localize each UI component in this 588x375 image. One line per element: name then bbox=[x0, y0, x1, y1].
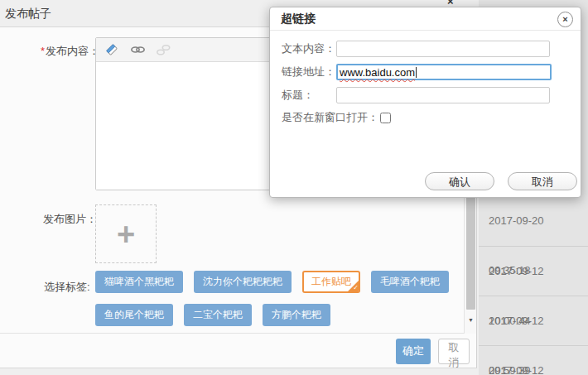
tag-label: 方鹏个耙耙 bbox=[272, 309, 321, 320]
eraser-icon[interactable] bbox=[104, 41, 120, 58]
tag-button[interactable]: 猫啤酒个黑耙耙 bbox=[95, 271, 183, 293]
tags-label: 选择标签: bbox=[44, 280, 90, 295]
tag-label: 猫啤酒个黑耙耙 bbox=[104, 276, 174, 287]
hyperlink-dialog: 超链接 × 文本内容： 链接地址： www.baidu.com 标题： 是否在新… bbox=[269, 7, 581, 198]
list-item[interactable]: 2017-09-12 09:59:39 bbox=[479, 296, 588, 345]
submit-button[interactable]: 确定 bbox=[396, 339, 431, 364]
tag-label: 鱼的尾个耙耙 bbox=[104, 309, 164, 320]
dialog-body: 文本内容： 链接地址： www.baidu.com 标题： 是否在新窗口打开： bbox=[270, 31, 581, 125]
text-content-input[interactable] bbox=[336, 41, 550, 57]
title-label: 标题： bbox=[282, 88, 336, 103]
scroll-down-arrow-icon[interactable]: ▼ bbox=[465, 317, 477, 323]
dialog-footer: 确认 取消 bbox=[425, 172, 577, 190]
content-label-text: 发布内容： bbox=[46, 45, 99, 57]
text-caret bbox=[416, 67, 417, 78]
form-footer: 确定 取消 bbox=[0, 333, 476, 368]
list-item[interactable]: 2017-09-20 09:35:18 bbox=[479, 196, 588, 246]
tag-button-selected[interactable]: 工作贴吧✓ bbox=[302, 271, 360, 293]
content-label: *发布内容： bbox=[41, 44, 99, 59]
unlink-icon[interactable] bbox=[155, 41, 171, 58]
tag-button[interactable]: 二宝个耙耙 bbox=[184, 304, 252, 326]
tag-button[interactable]: 鱼的尾个耙耙 bbox=[95, 304, 173, 326]
link-url-input[interactable]: www.baidu.com bbox=[336, 64, 552, 80]
dialog-cancel-button[interactable]: 取消 bbox=[508, 172, 577, 190]
cancel-button[interactable]: 取消 bbox=[438, 339, 470, 364]
new-window-label: 是否在新窗口打开： bbox=[282, 110, 378, 125]
new-window-checkbox[interactable] bbox=[380, 113, 391, 123]
check-icon: ✓ bbox=[353, 282, 359, 293]
title-input[interactable] bbox=[336, 87, 550, 103]
dialog-confirm-button[interactable]: 确认 bbox=[425, 172, 494, 190]
page-title: 发布帖子 bbox=[5, 0, 51, 26]
image-label: 发布图片： bbox=[43, 212, 97, 227]
link-url-value: www.baidu.com bbox=[340, 66, 415, 79]
timestamp: 2017-09-12 09:56:40 bbox=[489, 364, 544, 375]
list-item[interactable]: 2017-09-12 09:56:40 bbox=[479, 345, 588, 375]
tag-label: 毛啤酒个耙耙 bbox=[380, 276, 440, 287]
link-icon[interactable] bbox=[129, 41, 146, 58]
dialog-close-icon[interactable]: × bbox=[557, 12, 573, 27]
tag-button[interactable]: 方鹏个耙耙 bbox=[263, 304, 330, 326]
text-content-label: 文本内容： bbox=[282, 41, 336, 56]
plus-icon: + bbox=[117, 219, 135, 250]
dialog-title: 超链接 bbox=[281, 7, 316, 30]
dialog-header: 超链接 × bbox=[270, 7, 581, 31]
list-item[interactable]: 2017-09-12 10:00:44 bbox=[479, 246, 588, 296]
tag-list: 猫啤酒个黑耙耙沈力你个耙耙耙耙工作贴吧✓毛啤酒个耙耙 鱼的尾个耙耙二宝个耙耙方鹏… bbox=[95, 271, 464, 337]
tag-label: 工作贴吧 bbox=[311, 276, 351, 287]
tag-button[interactable]: 毛啤酒个耙耙 bbox=[371, 271, 449, 293]
required-mark: * bbox=[41, 45, 45, 57]
tag-label: 二宝个耙耙 bbox=[193, 309, 243, 320]
tag-label: 沈力你个耙耙耙耙 bbox=[203, 276, 282, 287]
tag-button[interactable]: 沈力你个耙耙耙耙 bbox=[194, 271, 292, 293]
link-url-label: 链接地址： bbox=[282, 65, 336, 79]
image-upload-button[interactable]: + bbox=[95, 204, 157, 263]
